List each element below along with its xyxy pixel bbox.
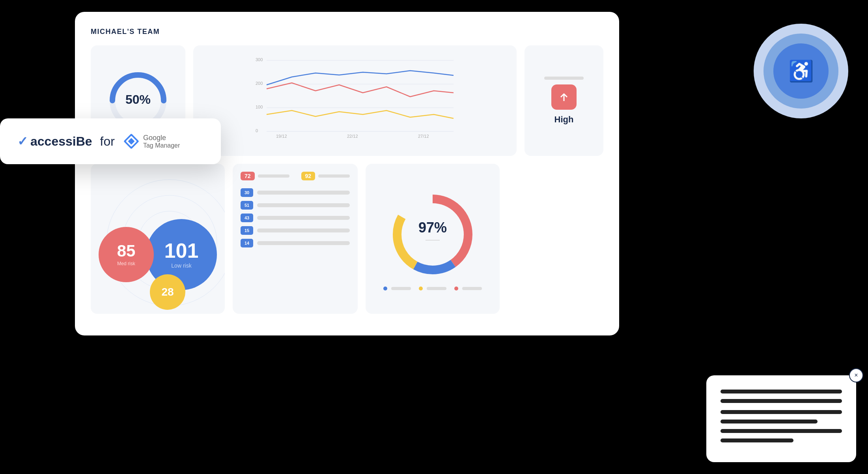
accessibe-for-text: for — [100, 134, 115, 149]
y-label-200: 200 — [256, 81, 263, 86]
bubble-blue-label: Low risk — [171, 262, 191, 269]
barlist-bar-51 — [257, 203, 350, 207]
legend-dot-blue — [383, 287, 387, 290]
badge-15: 15 — [241, 226, 253, 235]
bubble-red-label: Med risk — [117, 261, 135, 266]
high-label: High — [554, 114, 574, 125]
a11y-widget[interactable]: ♿ — [754, 24, 848, 118]
accessibe-check: ✓ — [17, 134, 28, 149]
bubble-blue-value: 101 — [164, 240, 199, 261]
legend-dot-yellow — [419, 287, 423, 290]
barlist-bar-14 — [257, 241, 350, 245]
donut-svg: 97% ——— — [385, 187, 480, 282]
badge-30: 30 — [241, 188, 253, 197]
legend-red — [454, 287, 482, 290]
high-top-bar — [544, 77, 584, 80]
topbadge-72-bar — [258, 174, 289, 178]
high-icon — [551, 84, 577, 110]
gtm-text: Google Tag Manager — [143, 134, 180, 149]
gtm-diamond-icon — [123, 133, 140, 150]
y-label-0: 0 — [256, 128, 258, 133]
textline-2 — [721, 399, 842, 403]
accessibe-card: ✓ accessiBe for Google Tag Manager — [0, 118, 221, 164]
arrow-up-icon — [558, 91, 570, 103]
donut-card: 97% ——— — [366, 164, 500, 314]
y-label-100: 100 — [256, 105, 263, 109]
barlist-bar-43 — [257, 216, 350, 220]
bubble-red-value: 85 — [117, 243, 136, 259]
y-label-300: 300 — [256, 57, 263, 62]
badge-51: 51 — [241, 201, 253, 210]
x-label-1912: 19/12 — [276, 134, 287, 139]
gauge-value: 50% — [125, 92, 151, 107]
close-button[interactable]: × — [849, 368, 863, 382]
a11y-inner-circle: ♿ — [773, 43, 829, 99]
gtm-tag-label: Tag Manager — [143, 142, 180, 149]
dashboard-title: MICHAEL'S TEAM — [91, 28, 603, 36]
accessibe-name: accessiBe — [30, 134, 92, 149]
legend-blue — [383, 287, 411, 290]
badge-43: 43 — [241, 214, 253, 222]
bubble-red: 85 Med risk — [99, 227, 154, 282]
a11y-outer-ring: ♿ — [754, 24, 848, 118]
x-label-2212: 22/12 — [347, 134, 358, 139]
barlist-row-51: 51 — [241, 201, 350, 210]
topbadge-92-bar — [318, 174, 350, 178]
textline-4 — [721, 420, 818, 423]
gtm-google-label: Google — [143, 134, 180, 142]
a11y-mid-ring: ♿ — [763, 34, 838, 109]
blue-line — [267, 71, 454, 85]
barlist-row-15: 15 — [241, 226, 350, 235]
gtm-logo: Google Tag Manager — [123, 133, 180, 150]
bubble-yellow-value: 28 — [161, 287, 174, 298]
linechart-card: 300 200 100 0 19/12 — [193, 45, 517, 156]
topbadge-72: 72 — [241, 172, 289, 180]
legend-dot-red — [454, 287, 458, 290]
scene: MICHAEL'S TEAM 50% 300 200 100 0 — [0, 0, 868, 474]
donut-subtitle: ——— — [426, 237, 440, 243]
topbadge-92: 92 — [301, 172, 350, 180]
barlist-bar-30 — [257, 191, 350, 195]
donut-legend — [383, 287, 482, 290]
linechart-svg: 300 200 100 0 19/12 — [201, 53, 509, 140]
red-line — [267, 83, 454, 97]
badge-14: 14 — [241, 239, 253, 247]
textline-6 — [721, 438, 793, 442]
donut-value: 97% — [418, 219, 447, 236]
x-label-2712: 27/12 — [418, 134, 429, 139]
bubble-card: 101 Low risk 85 Med risk 28 — [91, 164, 225, 314]
barlist-row-30: 30 — [241, 188, 350, 197]
badge-92-value: 92 — [301, 172, 315, 180]
textlines-card: × — [706, 375, 856, 462]
barlist-row-14: 14 — [241, 239, 350, 247]
legend-bar-red — [462, 287, 482, 290]
barlist-bar-15 — [257, 229, 350, 232]
dashboard-bottom-row: 101 Low risk 85 Med risk 28 72 — [91, 164, 603, 314]
a11y-person-icon: ♿ — [788, 59, 814, 83]
legend-bar-yellow — [427, 287, 446, 290]
legend-yellow — [419, 287, 446, 290]
accessibe-logo: ✓ accessiBe — [17, 134, 92, 149]
badge-72-value: 72 — [241, 172, 255, 180]
textline-3 — [721, 410, 842, 414]
legend-bar-blue — [391, 287, 411, 290]
topbadge-row: 72 92 — [241, 172, 350, 180]
bubble-yellow: 28 — [150, 274, 185, 310]
textline-1 — [721, 390, 842, 393]
dashboard-card: MICHAEL'S TEAM 50% 300 200 100 0 — [75, 12, 619, 335]
yellow-line — [267, 111, 454, 118]
barlist-row-43: 43 — [241, 214, 350, 222]
textline-5 — [721, 429, 842, 433]
high-card: High — [525, 45, 603, 156]
barlist-card: 72 92 30 51 4 — [233, 164, 358, 314]
